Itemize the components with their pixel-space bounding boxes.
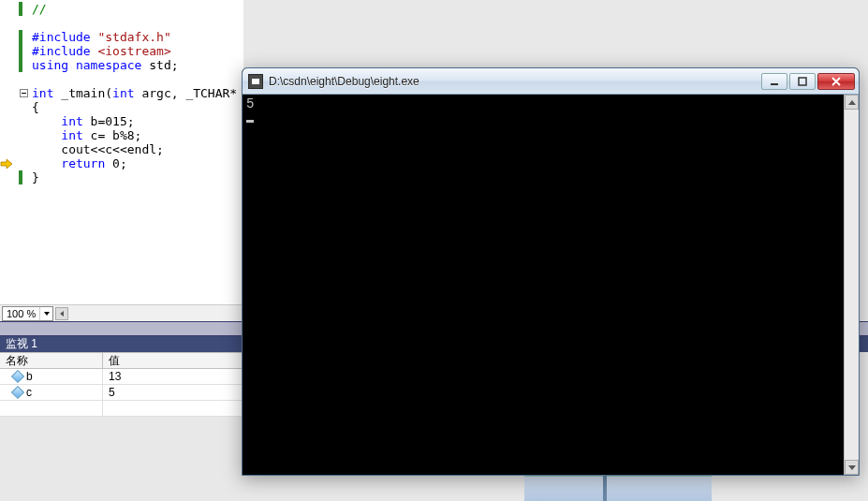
svg-rect-0 — [771, 83, 778, 85]
watch-var-value: 5 — [109, 386, 115, 399]
console-window[interactable]: D:\csdn\eight\Debug\eight.exe 5 — [242, 67, 860, 476]
scroll-up-button[interactable] — [845, 95, 859, 110]
variable-icon — [11, 370, 24, 383]
watch-header-name[interactable]: 名称 — [0, 353, 103, 368]
watch-var-value: 13 — [109, 370, 121, 383]
editor-gutter — [0, 0, 26, 304]
maximize-button[interactable] — [789, 73, 816, 90]
minimize-button[interactable] — [761, 73, 787, 90]
console-scrollbar[interactable] — [844, 95, 859, 475]
console-cursor — [246, 120, 254, 123]
zoom-combo[interactable]: 100 % — [2, 306, 53, 321]
console-output: 5 — [243, 95, 859, 128]
watch-var-name: b — [26, 370, 33, 383]
collapse-toggle[interactable] — [20, 89, 28, 97]
zoom-dropdown-icon[interactable] — [39, 307, 52, 320]
console-title: D:\csdn\eight\Debug\eight.exe — [269, 75, 761, 88]
code-editor[interactable]: // #include "stdafx.h" #include <iostrea… — [0, 0, 243, 304]
variable-icon — [11, 386, 24, 399]
taskbar-divider — [603, 476, 607, 501]
editor-status-bar: 100 % — [0, 304, 243, 321]
watch-var-name: c — [26, 386, 32, 399]
console-app-icon — [248, 74, 263, 89]
console-titlebar[interactable]: D:\csdn\eight\Debug\eight.exe — [243, 68, 859, 95]
scroll-down-button[interactable] — [845, 460, 859, 475]
svg-rect-1 — [799, 78, 806, 85]
console-body[interactable]: 5 — [243, 95, 859, 475]
taskbar-fragment — [524, 476, 712, 501]
current-line-arrow-icon — [0, 159, 13, 169]
close-button[interactable] — [817, 73, 855, 90]
code-area[interactable]: // #include "stdafx.h" #include <iostrea… — [26, 0, 243, 304]
scroll-left-button[interactable] — [55, 307, 68, 320]
zoom-value: 100 % — [3, 308, 39, 319]
